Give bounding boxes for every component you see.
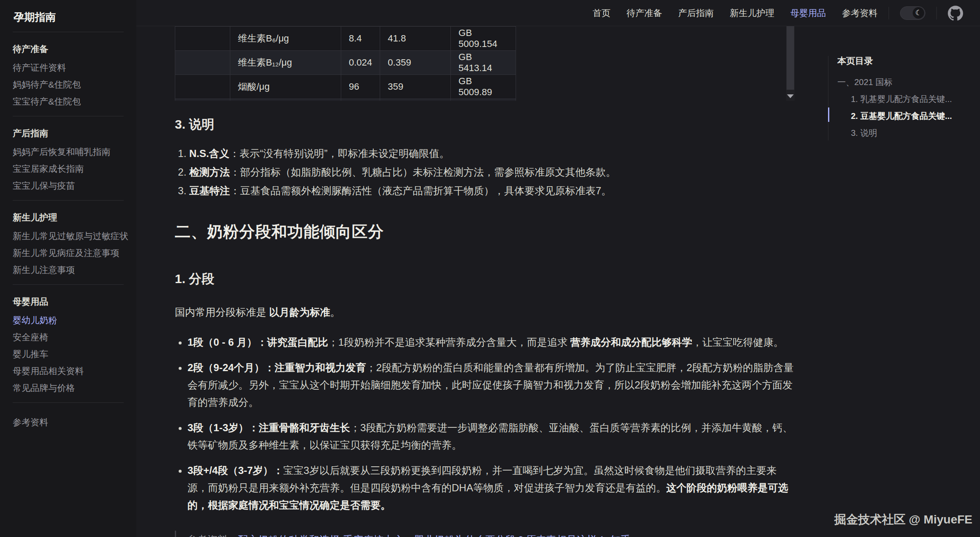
sidebar-group-title: 母婴用品 — [13, 296, 126, 308]
list-item: 3段+/4段（3-7岁）：宝宝3岁以后就要从三段奶粉更换到四段奶粉，并一直喝到七… — [188, 462, 795, 514]
theme-toggle-knob: ☾ — [913, 7, 924, 19]
table-cell: 0.359 — [380, 51, 451, 75]
table-row-clipped — [175, 99, 516, 101]
sidebar-group-title: 新生儿护理 — [13, 212, 126, 223]
table-cell: 维生素B₆/μg — [230, 27, 341, 51]
sidebar-group-muying: 母婴用品 婴幼儿奶粉 安全座椅 婴儿推车 母婴用品相关资料 常见品牌与价格 — [13, 285, 126, 402]
nav-item-xinshenger[interactable]: 新生儿护理 — [730, 7, 774, 19]
list-item: 豆基特注：豆基食品需额外检测脲酶活性（液态产品需折算干物质），具体要求见原标准表… — [189, 182, 795, 200]
nav-item-muying[interactable]: 母婴用品 — [790, 7, 826, 19]
github-icon — [948, 6, 963, 21]
sidebar-item[interactable]: 新生儿常见过敏原与过敏症状 — [13, 228, 126, 245]
outline-item[interactable]: 1. 乳基婴儿配方食品关键... — [837, 91, 972, 107]
outline-title: 本页目录 — [837, 55, 972, 67]
reference-link[interactable]: 配方奶粉的种类和选择-重庆疾控中心 — [238, 534, 404, 537]
sidebar-group-chanhou: 产后指南 妈妈产后恢复和哺乳指南 宝宝居家成长指南 宝宝儿保与疫苗 — [13, 116, 126, 200]
sidebar-item[interactable]: 常见品牌与价格 — [13, 380, 126, 397]
table-scrollbar-thumb[interactable] — [787, 26, 794, 90]
table-cell: 维生素B₁₂/μg — [230, 51, 341, 75]
references-blockquote: 参考资料：配方奶粉的种类和选择-重庆疾控中心、婴儿奶粉为什么要分段？原来真相是这… — [175, 531, 795, 537]
table-row: 烟酸/μg 96 359 GB 5009.89 — [175, 75, 516, 99]
section-heading: 二、奶粉分段和功能倾向区分 — [175, 221, 795, 242]
table-cell: GB 5413.14 — [451, 51, 516, 75]
watermark: 掘金技术社区 @ MiyueFE — [834, 512, 972, 528]
table-cell: GB 5009.89 — [451, 75, 516, 99]
sidebar-item[interactable]: 宝宝待产&住院包 — [13, 93, 126, 110]
sidebar-item[interactable]: 母婴用品相关资料 — [13, 363, 126, 380]
sidebar-item[interactable]: 新生儿常见病症及注意事项 — [13, 245, 126, 262]
sidebar-item[interactable]: 待产证件资料 — [13, 59, 126, 76]
nav-divider — [936, 7, 937, 19]
table-cell: 41.8 — [380, 27, 451, 51]
sidebar-item[interactable]: 新生儿注意事项 — [13, 262, 126, 278]
stages-intro: 国内常用分段标准是 以月龄为标准。 — [175, 306, 795, 319]
site-title: 孕期指南 — [13, 8, 126, 32]
sidebar-group-daichan: 待产准备 待产证件资料 妈妈待产&住院包 宝宝待产&住院包 — [13, 32, 126, 116]
table-cell: GB 5009.154 — [451, 27, 516, 51]
list-item: 3段（1-3岁）：注重骨骼和牙齿生长；3段配方奶粉需要进一步调整必需脂肪酸、亚油… — [188, 419, 795, 454]
list-item: 2段（9-24个月）：注重智力和视力发育；2段配方奶粉的蛋白质和能量的含量都有所… — [188, 359, 795, 411]
table-cell: 96 — [341, 75, 380, 99]
table-cell: 359 — [380, 75, 451, 99]
nav-item-chanhou[interactable]: 产后指南 — [678, 7, 714, 19]
nav-divider — [889, 7, 889, 19]
standards-table: 维生素B₆/μg 8.4 41.8 GB 5009.154 维生素B₁₂/μg … — [175, 26, 516, 101]
nav-item-daichan[interactable]: 待产准备 — [627, 7, 662, 19]
table-row: 维生素B₁₂/μg 0.024 0.359 GB 5413.14 — [175, 51, 516, 75]
table-cell: 0.024 — [341, 51, 380, 75]
sidebar-group-title: 待产准备 — [13, 43, 126, 55]
reference-link[interactable]: 婴儿奶粉为什么要分段？原来真相是这样！-知乎 — [414, 534, 631, 537]
references-label: 参考资料： — [187, 534, 238, 537]
theme-toggle[interactable]: ☾ — [900, 6, 925, 20]
notes-list: N.S.含义：表示“没有特别说明”，即标准未设定明确限值。 检测方法：部分指标（… — [189, 144, 795, 200]
sidebar-item[interactable]: 宝宝居家成长指南 — [13, 160, 126, 177]
sidebar-item-milk-powder[interactable]: 婴幼儿奶粉 — [13, 312, 126, 329]
table-scrollbar-track[interactable] — [786, 26, 795, 101]
main-content: 维生素B₆/μg 8.4 41.8 GB 5009.154 维生素B₁₂/μg … — [175, 26, 795, 537]
page-outline: 本页目录 一、2021 国标 1. 乳基婴儿配方食品关键... 2. 豆基婴儿配… — [828, 55, 972, 141]
table-row: 维生素B₆/μg 8.4 41.8 GB 5009.154 — [175, 27, 516, 51]
table-cell — [175, 27, 230, 51]
outline-active-marker — [828, 107, 829, 122]
table-cell — [175, 75, 230, 99]
list-item: 1段（0 - 6 月）：讲究蛋白配比；1段奶粉并不是追求某种营养成分含量大，而是… — [188, 333, 795, 351]
list-item: 检测方法：部分指标（如脂肪酸比例、乳糖占比）未标注检测方法，需参照标准原文其他条… — [189, 163, 795, 182]
sidebar-item[interactable]: 妈妈待产&住院包 — [13, 76, 126, 93]
scrollbar-down-arrow-icon[interactable] — [786, 92, 795, 100]
moon-icon: ☾ — [915, 8, 922, 17]
sidebar-item[interactable]: 妈妈产后恢复和哺乳指南 — [13, 143, 126, 160]
sidebar-group-refs: 参考资料 — [13, 403, 126, 437]
outline-rail — [828, 56, 828, 140]
table-cell: 烟酸/μg — [230, 75, 341, 99]
outline-item[interactable]: 一、2021 国标 — [837, 74, 972, 91]
navbar: 首页 待产准备 产后指南 新生儿护理 母婴用品 参考资料 ☾ — [136, 0, 980, 26]
sidebar-item[interactable]: 宝宝儿保与疫苗 — [13, 177, 126, 194]
github-link[interactable] — [948, 6, 963, 21]
standards-table-scroll-container: 维生素B₆/μg 8.4 41.8 GB 5009.154 维生素B₁₂/μg … — [175, 26, 795, 101]
outline-item[interactable]: 3. 说明 — [837, 124, 972, 141]
stages-list: 1段（0 - 6 月）：讲究蛋白配比；1段奶粉并不是追求某种营养成分含量大，而是… — [188, 333, 795, 514]
nav-item-home[interactable]: 首页 — [593, 7, 610, 19]
sidebar-item[interactable]: 安全座椅 — [13, 329, 126, 346]
table-cell: 8.4 — [341, 27, 380, 51]
sidebar: 孕期指南 待产准备 待产证件资料 妈妈待产&住院包 宝宝待产&住院包 产后指南 … — [0, 0, 136, 537]
sidebar-group-xinshenger: 新生儿护理 新生儿常见过敏原与过敏症状 新生儿常见病症及注意事项 新生儿注意事项 — [13, 201, 126, 284]
outline-item-active[interactable]: 2. 豆基婴儿配方食品关键... — [837, 107, 972, 124]
table-cell — [175, 51, 230, 75]
sidebar-group-title: 产后指南 — [13, 127, 126, 139]
sidebar-item[interactable]: 婴儿推车 — [13, 346, 126, 363]
nav-item-refs[interactable]: 参考资料 — [842, 7, 878, 19]
notes-heading: 3. 说明 — [175, 116, 795, 133]
subsection-heading-stages: 1. 分段 — [175, 270, 795, 288]
list-item: N.S.含义：表示“没有特别说明”，即标准未设定明确限值。 — [189, 144, 795, 163]
sidebar-item[interactable]: 参考资料 — [13, 414, 126, 431]
